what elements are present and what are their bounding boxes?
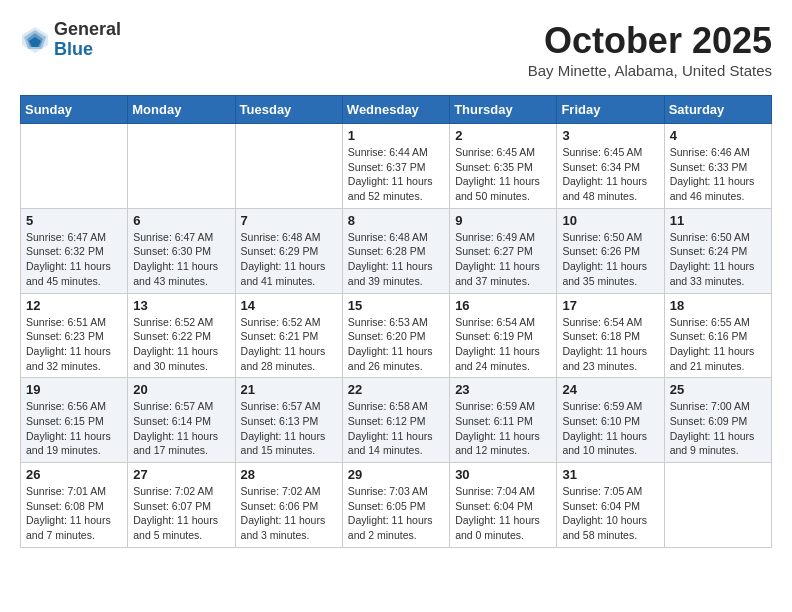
calendar-cell: 26Sunrise: 7:01 AMSunset: 6:08 PMDayligh…	[21, 463, 128, 548]
calendar-cell: 2Sunrise: 6:45 AMSunset: 6:35 PMDaylight…	[450, 124, 557, 209]
day-info: Sunrise: 6:59 AMSunset: 6:11 PMDaylight:…	[455, 399, 551, 458]
day-number: 10	[562, 213, 658, 228]
day-info: Sunrise: 6:55 AMSunset: 6:16 PMDaylight:…	[670, 315, 766, 374]
calendar-cell: 13Sunrise: 6:52 AMSunset: 6:22 PMDayligh…	[128, 293, 235, 378]
day-info: Sunrise: 6:49 AMSunset: 6:27 PMDaylight:…	[455, 230, 551, 289]
calendar-cell: 6Sunrise: 6:47 AMSunset: 6:30 PMDaylight…	[128, 208, 235, 293]
month-title: October 2025	[528, 20, 772, 62]
calendar-cell: 25Sunrise: 7:00 AMSunset: 6:09 PMDayligh…	[664, 378, 771, 463]
day-number: 22	[348, 382, 444, 397]
day-info: Sunrise: 6:57 AMSunset: 6:13 PMDaylight:…	[241, 399, 337, 458]
day-number: 1	[348, 128, 444, 143]
calendar-cell: 27Sunrise: 7:02 AMSunset: 6:07 PMDayligh…	[128, 463, 235, 548]
calendar-week-row: 26Sunrise: 7:01 AMSunset: 6:08 PMDayligh…	[21, 463, 772, 548]
calendar-week-row: 1Sunrise: 6:44 AMSunset: 6:37 PMDaylight…	[21, 124, 772, 209]
day-number: 26	[26, 467, 122, 482]
day-number: 20	[133, 382, 229, 397]
day-number: 6	[133, 213, 229, 228]
logo-icon	[20, 25, 50, 55]
calendar-cell: 17Sunrise: 6:54 AMSunset: 6:18 PMDayligh…	[557, 293, 664, 378]
day-number: 11	[670, 213, 766, 228]
day-number: 7	[241, 213, 337, 228]
calendar-cell: 4Sunrise: 6:46 AMSunset: 6:33 PMDaylight…	[664, 124, 771, 209]
day-number: 8	[348, 213, 444, 228]
calendar-week-row: 12Sunrise: 6:51 AMSunset: 6:23 PMDayligh…	[21, 293, 772, 378]
calendar-cell: 11Sunrise: 6:50 AMSunset: 6:24 PMDayligh…	[664, 208, 771, 293]
calendar-cell: 12Sunrise: 6:51 AMSunset: 6:23 PMDayligh…	[21, 293, 128, 378]
calendar-cell: 5Sunrise: 6:47 AMSunset: 6:32 PMDaylight…	[21, 208, 128, 293]
day-info: Sunrise: 6:56 AMSunset: 6:15 PMDaylight:…	[26, 399, 122, 458]
day-number: 3	[562, 128, 658, 143]
day-number: 16	[455, 298, 551, 313]
weekday-header: Saturday	[664, 96, 771, 124]
day-info: Sunrise: 7:01 AMSunset: 6:08 PMDaylight:…	[26, 484, 122, 543]
logo-blue: Blue	[54, 40, 121, 60]
calendar-cell: 20Sunrise: 6:57 AMSunset: 6:14 PMDayligh…	[128, 378, 235, 463]
day-info: Sunrise: 6:52 AMSunset: 6:22 PMDaylight:…	[133, 315, 229, 374]
day-info: Sunrise: 6:50 AMSunset: 6:26 PMDaylight:…	[562, 230, 658, 289]
calendar-cell: 10Sunrise: 6:50 AMSunset: 6:26 PMDayligh…	[557, 208, 664, 293]
location: Bay Minette, Alabama, United States	[528, 62, 772, 79]
day-number: 4	[670, 128, 766, 143]
day-number: 19	[26, 382, 122, 397]
day-info: Sunrise: 6:50 AMSunset: 6:24 PMDaylight:…	[670, 230, 766, 289]
day-info: Sunrise: 6:48 AMSunset: 6:28 PMDaylight:…	[348, 230, 444, 289]
day-number: 30	[455, 467, 551, 482]
day-info: Sunrise: 6:54 AMSunset: 6:18 PMDaylight:…	[562, 315, 658, 374]
calendar-cell: 8Sunrise: 6:48 AMSunset: 6:28 PMDaylight…	[342, 208, 449, 293]
calendar-cell: 16Sunrise: 6:54 AMSunset: 6:19 PMDayligh…	[450, 293, 557, 378]
day-info: Sunrise: 7:05 AMSunset: 6:04 PMDaylight:…	[562, 484, 658, 543]
day-number: 12	[26, 298, 122, 313]
day-info: Sunrise: 7:02 AMSunset: 6:07 PMDaylight:…	[133, 484, 229, 543]
day-number: 18	[670, 298, 766, 313]
day-info: Sunrise: 6:44 AMSunset: 6:37 PMDaylight:…	[348, 145, 444, 204]
title-block: October 2025 Bay Minette, Alabama, Unite…	[528, 20, 772, 79]
calendar-cell: 24Sunrise: 6:59 AMSunset: 6:10 PMDayligh…	[557, 378, 664, 463]
day-number: 21	[241, 382, 337, 397]
day-info: Sunrise: 6:47 AMSunset: 6:32 PMDaylight:…	[26, 230, 122, 289]
calendar-cell: 23Sunrise: 6:59 AMSunset: 6:11 PMDayligh…	[450, 378, 557, 463]
calendar-cell	[21, 124, 128, 209]
page-header: General Blue October 2025 Bay Minette, A…	[20, 20, 772, 79]
day-number: 24	[562, 382, 658, 397]
calendar-week-row: 5Sunrise: 6:47 AMSunset: 6:32 PMDaylight…	[21, 208, 772, 293]
day-info: Sunrise: 6:45 AMSunset: 6:34 PMDaylight:…	[562, 145, 658, 204]
logo-general: General	[54, 20, 121, 40]
day-info: Sunrise: 6:58 AMSunset: 6:12 PMDaylight:…	[348, 399, 444, 458]
day-number: 27	[133, 467, 229, 482]
calendar-cell: 15Sunrise: 6:53 AMSunset: 6:20 PMDayligh…	[342, 293, 449, 378]
calendar-cell: 22Sunrise: 6:58 AMSunset: 6:12 PMDayligh…	[342, 378, 449, 463]
day-info: Sunrise: 6:51 AMSunset: 6:23 PMDaylight:…	[26, 315, 122, 374]
day-number: 14	[241, 298, 337, 313]
calendar-cell: 18Sunrise: 6:55 AMSunset: 6:16 PMDayligh…	[664, 293, 771, 378]
calendar-cell	[235, 124, 342, 209]
calendar-cell: 30Sunrise: 7:04 AMSunset: 6:04 PMDayligh…	[450, 463, 557, 548]
weekday-header: Thursday	[450, 96, 557, 124]
logo: General Blue	[20, 20, 121, 60]
logo-text: General Blue	[54, 20, 121, 60]
day-info: Sunrise: 7:04 AMSunset: 6:04 PMDaylight:…	[455, 484, 551, 543]
calendar-header-row: SundayMondayTuesdayWednesdayThursdayFrid…	[21, 96, 772, 124]
day-number: 28	[241, 467, 337, 482]
day-number: 31	[562, 467, 658, 482]
day-number: 23	[455, 382, 551, 397]
calendar-table: SundayMondayTuesdayWednesdayThursdayFrid…	[20, 95, 772, 548]
day-info: Sunrise: 6:46 AMSunset: 6:33 PMDaylight:…	[670, 145, 766, 204]
weekday-header: Friday	[557, 96, 664, 124]
calendar-cell: 28Sunrise: 7:02 AMSunset: 6:06 PMDayligh…	[235, 463, 342, 548]
day-info: Sunrise: 6:52 AMSunset: 6:21 PMDaylight:…	[241, 315, 337, 374]
day-number: 29	[348, 467, 444, 482]
day-number: 9	[455, 213, 551, 228]
calendar-cell	[128, 124, 235, 209]
day-info: Sunrise: 6:54 AMSunset: 6:19 PMDaylight:…	[455, 315, 551, 374]
weekday-header: Monday	[128, 96, 235, 124]
day-number: 17	[562, 298, 658, 313]
weekday-header: Wednesday	[342, 96, 449, 124]
day-info: Sunrise: 6:45 AMSunset: 6:35 PMDaylight:…	[455, 145, 551, 204]
day-info: Sunrise: 7:02 AMSunset: 6:06 PMDaylight:…	[241, 484, 337, 543]
day-info: Sunrise: 6:57 AMSunset: 6:14 PMDaylight:…	[133, 399, 229, 458]
day-info: Sunrise: 7:03 AMSunset: 6:05 PMDaylight:…	[348, 484, 444, 543]
calendar-cell: 9Sunrise: 6:49 AMSunset: 6:27 PMDaylight…	[450, 208, 557, 293]
calendar-cell: 29Sunrise: 7:03 AMSunset: 6:05 PMDayligh…	[342, 463, 449, 548]
calendar-cell: 3Sunrise: 6:45 AMSunset: 6:34 PMDaylight…	[557, 124, 664, 209]
